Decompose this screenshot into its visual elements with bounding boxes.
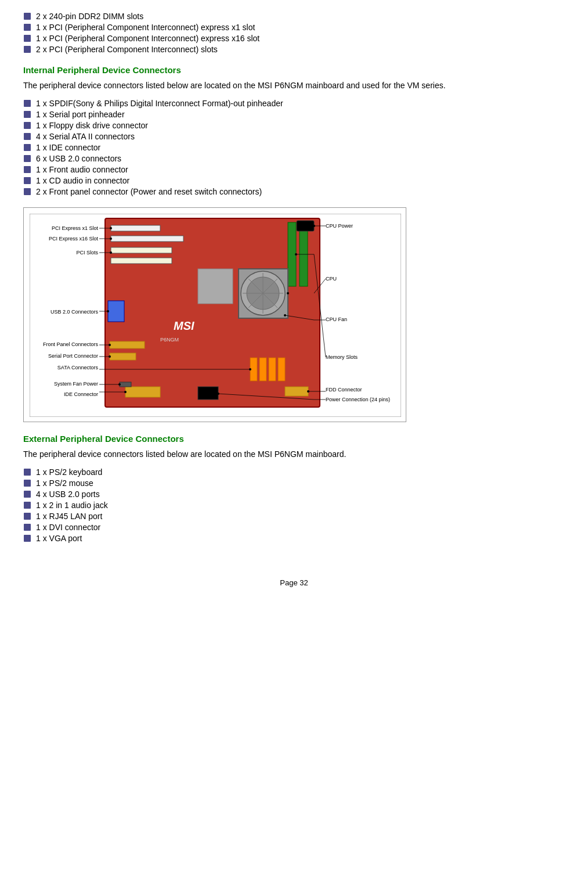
bullet-icon bbox=[23, 45, 33, 55]
list-item: 4 x USB 2.0 ports bbox=[23, 490, 565, 499]
list-item: 1 x Serial port pinheader bbox=[23, 110, 565, 120]
bullet-icon bbox=[23, 490, 33, 499]
list-item-text: 1 x CD audio in connector bbox=[36, 176, 129, 185]
bullet-icon bbox=[23, 121, 33, 131]
svg-text:System Fan Power: System Fan Power bbox=[54, 381, 98, 387]
list-item-text: 6 x USB 2.0 connectors bbox=[36, 154, 121, 163]
svg-point-62 bbox=[249, 368, 251, 370]
list-item: 1 x PCI (Peripheral Component Interconne… bbox=[23, 34, 565, 44]
svg-rect-27 bbox=[297, 221, 314, 231]
svg-rect-28 bbox=[108, 301, 124, 322]
svg-text:CPU: CPU bbox=[326, 276, 337, 282]
svg-point-59 bbox=[109, 355, 111, 358]
svg-rect-30 bbox=[110, 341, 145, 348]
svg-rect-35 bbox=[278, 358, 285, 381]
svg-text:CPU Power: CPU Power bbox=[326, 223, 353, 229]
svg-point-44 bbox=[110, 227, 112, 229]
svg-rect-4 bbox=[24, 100, 31, 107]
bullet-icon bbox=[23, 479, 33, 488]
svg-text:PCI Express x16 Slot: PCI Express x16 Slot bbox=[49, 236, 99, 242]
svg-text:Memory Slots: Memory Slots bbox=[326, 354, 358, 360]
list-item: 1 x PS/2 keyboard bbox=[23, 467, 565, 477]
svg-rect-15 bbox=[111, 236, 183, 242]
svg-text:Power Connection (24 pins): Power Connection (24 pins) bbox=[326, 397, 390, 402]
list-item: 1 x Floppy disk drive connector bbox=[23, 121, 565, 131]
internal-section-heading: Internal Peripheral Device Connectors bbox=[23, 65, 565, 75]
list-item-text: 4 x Serial ATA II connectors bbox=[36, 132, 135, 141]
list-item-text: 1 x PS/2 keyboard bbox=[36, 467, 102, 477]
bullet-icon bbox=[23, 177, 33, 186]
svg-rect-2 bbox=[24, 35, 31, 42]
bullet-icon bbox=[23, 99, 33, 109]
svg-rect-92 bbox=[24, 469, 31, 476]
list-item: 1 x CD audio in connector bbox=[23, 176, 565, 186]
list-item-text: 1 x SPDIF(Sony & Philips Digital Interco… bbox=[36, 99, 283, 108]
svg-rect-14 bbox=[111, 225, 160, 231]
external-section-desc: The peripheral device connectors listed … bbox=[23, 448, 565, 460]
svg-rect-31 bbox=[110, 353, 136, 360]
list-item: 6 x USB 2.0 connectors bbox=[23, 154, 565, 164]
svg-rect-38 bbox=[198, 387, 218, 400]
internal-list: 1 x SPDIF(Sony & Philips Digital Interco… bbox=[23, 99, 565, 197]
list-item: 1 x PS/2 mouse bbox=[23, 478, 565, 488]
svg-rect-41 bbox=[120, 382, 131, 387]
svg-rect-12 bbox=[24, 188, 31, 195]
svg-rect-17 bbox=[111, 258, 172, 264]
diagram-inner: MSI P6NGM PCI Express x1 Slot PCI Expres… bbox=[30, 214, 400, 416]
svg-point-47 bbox=[110, 238, 112, 240]
list-item: 2 x 240-pin DDR2 DIMM slots bbox=[23, 12, 565, 21]
svg-rect-7 bbox=[24, 133, 31, 140]
list-item: 1 x Front audio connector bbox=[23, 165, 565, 175]
svg-point-53 bbox=[107, 310, 109, 312]
svg-point-56 bbox=[109, 344, 111, 346]
list-item-text: 1 x PS/2 mouse bbox=[36, 478, 93, 488]
svg-rect-96 bbox=[24, 513, 31, 520]
svg-point-68 bbox=[124, 391, 127, 393]
list-item: 1 x 2 in 1 audio jack bbox=[23, 501, 565, 510]
list-item-text: 2 x Front panel connector (Power and res… bbox=[36, 187, 262, 196]
svg-rect-98 bbox=[24, 535, 31, 542]
svg-point-71 bbox=[313, 225, 315, 227]
list-item-text: 1 x 2 in 1 audio jack bbox=[36, 501, 108, 510]
svg-text:SATA Connectors: SATA Connectors bbox=[57, 365, 99, 370]
external-section-heading: External Peripheral Device Connectors bbox=[23, 434, 565, 444]
list-item: 1 x DVI connector bbox=[23, 523, 565, 532]
list-item-text: 1 x Front audio connector bbox=[36, 165, 128, 174]
list-item-text: 2 x 240-pin DDR2 DIMM slots bbox=[36, 12, 143, 21]
svg-text:CPU Fan: CPU Fan bbox=[326, 316, 347, 322]
svg-rect-94 bbox=[24, 491, 31, 498]
list-item-text: 1 x PCI (Peripheral Component Interconne… bbox=[36, 34, 259, 43]
svg-rect-97 bbox=[24, 524, 31, 531]
svg-rect-8 bbox=[24, 144, 31, 151]
list-item: 4 x Serial ATA II connectors bbox=[23, 132, 565, 142]
svg-text:MSI: MSI bbox=[174, 319, 194, 332]
svg-rect-5 bbox=[24, 111, 31, 118]
list-item-text: 1 x IDE connector bbox=[36, 143, 100, 152]
list-item: 2 x Front panel connector (Power and res… bbox=[23, 187, 565, 197]
list-item-text: 1 x Floppy disk drive connector bbox=[36, 121, 148, 130]
svg-rect-0 bbox=[24, 13, 31, 20]
svg-rect-1 bbox=[24, 24, 31, 31]
svg-rect-3 bbox=[24, 46, 31, 53]
list-item-text: 1 x VGA port bbox=[36, 534, 82, 543]
svg-rect-11 bbox=[24, 177, 31, 184]
svg-rect-29 bbox=[198, 269, 233, 304]
list-item: 1 x IDE connector bbox=[23, 143, 565, 153]
svg-rect-37 bbox=[285, 387, 308, 396]
motherboard-diagram: MSI P6NGM PCI Express x1 Slot PCI Expres… bbox=[23, 207, 406, 422]
bullet-icon bbox=[23, 143, 33, 153]
list-item-text: 1 x DVI connector bbox=[36, 523, 100, 532]
page-number: Page 32 bbox=[23, 578, 565, 587]
diagram-svg: MSI P6NGM PCI Express x1 Slot PCI Expres… bbox=[30, 214, 401, 417]
svg-text:P6NGM: P6NGM bbox=[160, 337, 179, 343]
internal-section-desc: The peripheral device connectors listed … bbox=[23, 80, 565, 92]
intro-list: 2 x 240-pin DDR2 DIMM slots 1 x PCI (Per… bbox=[23, 12, 565, 55]
external-list: 1 x PS/2 keyboard 1 x PS/2 mouse 4 x USB… bbox=[23, 467, 565, 544]
list-item-text: 4 x USB 2.0 ports bbox=[36, 490, 100, 499]
svg-text:PCI Express x1 Slot: PCI Express x1 Slot bbox=[52, 225, 99, 231]
bullet-icon bbox=[23, 534, 33, 544]
list-item-text: 2 x PCI (Peripheral Component Interconne… bbox=[36, 45, 218, 54]
svg-rect-9 bbox=[24, 155, 31, 162]
list-item-text: 1 x PCI (Peripheral Component Interconne… bbox=[36, 23, 255, 32]
list-item: 1 x RJ45 LAN port bbox=[23, 512, 565, 521]
